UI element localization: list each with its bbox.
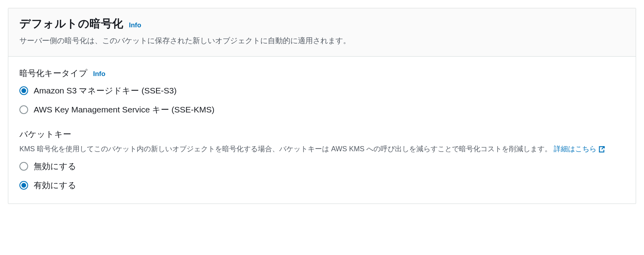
learn-more-link[interactable]: 詳細はこちら [554, 144, 605, 155]
radio-label: AWS Key Management Service キー (SSE-KMS) [34, 104, 215, 115]
panel-title-row: デフォルトの暗号化 Info [19, 16, 625, 31]
radio-sse-kms[interactable]: AWS Key Management Service キー (SSE-KMS) [19, 104, 625, 115]
radio-bucket-key-enable[interactable]: 有効にする [19, 180, 625, 191]
panel-description: サーバー側の暗号化は、このバケットに保存された新しいオブジェクトに自動的に適用さ… [19, 35, 625, 47]
panel-header: デフォルトの暗号化 Info サーバー側の暗号化は、このバケットに保存された新し… [8, 8, 636, 57]
bucket-key-title-row: バケットキー [19, 129, 625, 140]
default-encryption-panel: デフォルトの暗号化 Info サーバー側の暗号化は、このバケットに保存された新し… [8, 8, 636, 204]
bucket-key-title: バケットキー [19, 129, 71, 140]
learn-more-text: 詳細はこちら [554, 144, 596, 155]
radio-icon [19, 86, 28, 95]
panel-title: デフォルトの暗号化 [19, 16, 124, 31]
encryption-key-type-title-row: 暗号化キータイプ Info [19, 68, 625, 79]
external-link-icon [598, 145, 605, 152]
encryption-key-type-info-link[interactable]: Info [93, 70, 105, 78]
radio-icon [19, 105, 28, 114]
radio-label: 有効にする [34, 180, 76, 191]
radio-bucket-key-disable[interactable]: 無効にする [19, 161, 625, 172]
radio-icon [19, 181, 28, 190]
bucket-key-description: KMS 暗号化を使用してこのバケット内の新しいオブジェクトを暗号化する場合、バケ… [19, 144, 625, 155]
encryption-key-type-section: 暗号化キータイプ Info Amazon S3 マネージドキー (SSE-S3)… [19, 68, 625, 115]
encryption-key-type-title: 暗号化キータイプ [19, 68, 88, 79]
radio-label: 無効にする [34, 161, 76, 172]
header-info-link[interactable]: Info [129, 21, 141, 29]
radio-icon [19, 162, 28, 171]
radio-sse-s3[interactable]: Amazon S3 マネージドキー (SSE-S3) [19, 85, 625, 96]
panel-body: 暗号化キータイプ Info Amazon S3 マネージドキー (SSE-S3)… [8, 57, 636, 204]
bucket-key-description-text: KMS 暗号化を使用してこのバケット内の新しいオブジェクトを暗号化する場合、バケ… [19, 145, 552, 153]
radio-label: Amazon S3 マネージドキー (SSE-S3) [34, 85, 177, 96]
bucket-key-section: バケットキー KMS 暗号化を使用してこのバケット内の新しいオブジェクトを暗号化… [19, 129, 625, 191]
